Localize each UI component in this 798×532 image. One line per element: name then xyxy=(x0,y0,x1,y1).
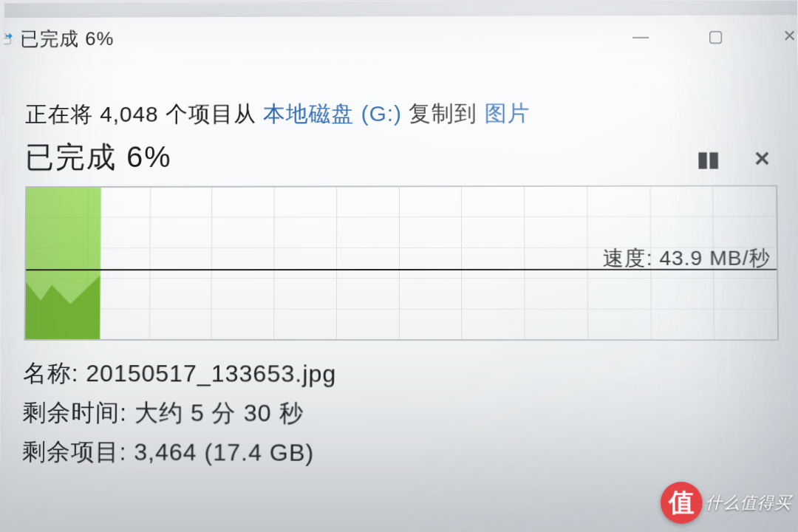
copy-progress-icon xyxy=(0,32,16,47)
close-button[interactable]: ✕ xyxy=(782,27,796,46)
watermark: 值 什么值得买 xyxy=(661,482,792,524)
details-block: 名称: 20150517_133653.jpg 剩余时间: 大约 5 分 30 … xyxy=(22,354,788,474)
source-link[interactable]: 本地磁盘 (G:) xyxy=(263,101,402,126)
speed-value: 43.9 MB/秒 xyxy=(659,247,771,270)
pause-button[interactable]: ▮▮ xyxy=(697,147,719,171)
detail-items: 剩余项目: 3,464 (17.4 GB) xyxy=(22,432,788,475)
detail-time: 剩余时间: 大约 5 分 30 秒 xyxy=(22,393,788,434)
window-controls: — ▢ ✕ xyxy=(632,27,798,47)
titlebar: 已完成 6% — ▢ ✕ xyxy=(0,15,798,60)
watermark-text: 什么值得买 xyxy=(706,491,792,514)
speed-label: 速度: 43.9 MB/秒 xyxy=(603,245,771,273)
detail-name: 名称: 20150517_133653.jpg xyxy=(23,354,788,395)
cancel-button[interactable]: ✕ xyxy=(754,147,771,171)
minimize-button[interactable]: — xyxy=(632,27,649,47)
svg-rect-1 xyxy=(3,38,10,44)
progress-header-row: 已完成 6% ▮▮ ✕ xyxy=(24,133,777,186)
copy-to-text: 复制到 xyxy=(409,101,477,126)
items-label: 剩余项目: xyxy=(22,438,127,466)
progress-percent-header: 已完成 6% xyxy=(24,137,171,177)
prefix-text: 正在将 xyxy=(25,102,93,126)
time-label: 剩余时间: xyxy=(22,399,127,426)
speed-chart: 速度: 43.9 MB/秒 xyxy=(24,185,779,341)
name-value: 20150517_133653.jpg xyxy=(86,360,336,387)
watermark-badge-icon: 值 xyxy=(661,482,703,524)
speed-label-text: 速度: xyxy=(603,247,652,270)
window-title: 已完成 6% xyxy=(20,26,114,52)
name-label: 名称: xyxy=(23,360,79,386)
maximize-button[interactable]: ▢ xyxy=(708,27,723,47)
destination-link[interactable]: 图片 xyxy=(484,101,530,126)
item-count: 4,048 xyxy=(100,102,158,126)
dialog-content: 正在将 4,048 个项目从 本地磁盘 (G:) 复制到 图片 已完成 6% ▮… xyxy=(0,58,798,495)
items-from-text: 个项目从 xyxy=(166,102,256,126)
items-value: 3,464 (17.4 GB) xyxy=(134,438,314,466)
progress-actions: ▮▮ ✕ xyxy=(697,147,777,171)
file-copy-dialog: 已完成 6% — ▢ ✕ 正在将 4,048 个项目从 本地磁盘 (G:) 复制… xyxy=(0,15,798,532)
time-value: 大约 5 分 30 秒 xyxy=(134,399,304,426)
copy-description: 正在将 4,048 个项目从 本地磁盘 (G:) 复制到 图片 xyxy=(25,98,777,130)
